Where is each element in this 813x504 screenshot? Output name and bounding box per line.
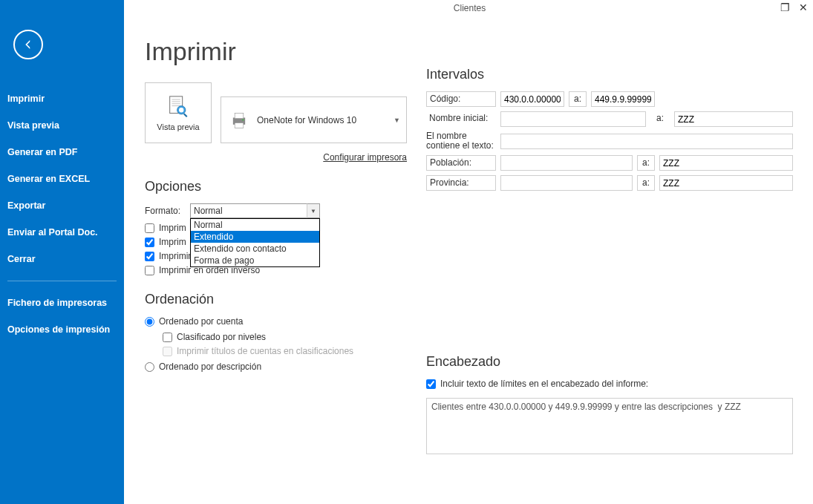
page-title: Imprimir: [145, 37, 407, 66]
codigo-from-input[interactable]: [500, 91, 564, 107]
ordenacion-title: Ordenación: [145, 292, 407, 307]
chk-clasificado-label: Clasificado por niveles: [177, 332, 266, 342]
document-magnifier-icon: [166, 94, 191, 120]
poblacion-a-label: a:: [637, 155, 655, 171]
codigo-to-input[interactable]: [591, 91, 655, 107]
chk-imprim-1[interactable]: [145, 223, 154, 233]
chevron-down-icon[interactable]: ▼: [307, 203, 320, 218]
chk-clasificado[interactable]: [163, 333, 172, 342]
chevron-down-icon: ▼: [394, 117, 400, 124]
formato-option-extendido[interactable]: Extendido: [191, 231, 319, 243]
sidebar-item-imprimir[interactable]: Imprimir: [0, 88, 124, 110]
content: Clientes ❐ ✕ Imprimir: [124, 0, 813, 504]
maximize-icon[interactable]: ❐: [780, 1, 790, 13]
contiene-label: El nombrecontiene el texto:: [426, 131, 496, 151]
codigo-a-label: a:: [569, 91, 587, 107]
formato-option-forma-pago[interactable]: Forma de pago: [191, 255, 319, 266]
intervalos-title: Intervalos: [426, 67, 793, 82]
printer-icon: [229, 110, 249, 131]
provincia-from-input[interactable]: [500, 175, 633, 191]
provincia-to-input[interactable]: [659, 175, 793, 191]
encabezado-title: Encabezado: [426, 354, 793, 370]
chk-imprim-2[interactable]: [145, 238, 154, 247]
chk-imprim-2-label: Imprim: [159, 237, 186, 247]
arrow-left-icon: [22, 38, 35, 51]
chk-sin-movimientos[interactable]: [145, 252, 154, 261]
titlebar: Clientes ❐ ✕: [124, 0, 813, 18]
chk-inverso[interactable]: [145, 266, 154, 275]
preview-label: Vista previa: [157, 122, 199, 131]
sidebar-item-portal[interactable]: Enviar al Portal Doc.: [0, 221, 124, 243]
formato-combo[interactable]: Normal ▼ Normal Extendido Extendido con …: [190, 203, 320, 218]
config-printer-link[interactable]: Configurar impresora: [145, 152, 407, 163]
svg-point-11: [242, 119, 244, 120]
contiene-input[interactable]: [500, 134, 793, 149]
sidebar-divider: [7, 281, 117, 281]
nombre-from-input[interactable]: [500, 111, 646, 127]
opciones-title: Opciones: [145, 179, 407, 194]
radio-descripcion-label: Ordenado por descripción: [159, 361, 261, 372]
radio-cuenta-label: Ordenado por cuenta: [159, 316, 243, 327]
sidebar-item-cerrar[interactable]: Cerrar: [0, 248, 124, 270]
formato-dropdown-list: Normal Extendido Extendido con contacto …: [190, 218, 320, 267]
nombre-label: Nombre inicial:: [426, 111, 496, 127]
formato-option-extendido-contacto[interactable]: Extendido con contacto: [191, 243, 319, 255]
sidebar-item-pdf[interactable]: Generar en PDF: [0, 141, 124, 163]
poblacion-to-input[interactable]: [659, 155, 793, 171]
sidebar-item-vista-previa[interactable]: Vista previa: [0, 114, 124, 137]
nombre-to-input[interactable]: [674, 111, 793, 127]
radio-cuenta[interactable]: [145, 317, 154, 327]
formato-option-normal[interactable]: Normal: [191, 219, 319, 231]
formato-selected: Normal: [190, 203, 320, 218]
close-icon[interactable]: ✕: [799, 1, 808, 13]
encabezado-text[interactable]: [426, 398, 793, 454]
chk-incluir-limites-label: Incluir texto de límites en el encabezad…: [440, 379, 648, 389]
provincia-a-label: a:: [637, 175, 655, 191]
svg-rect-9: [235, 113, 244, 118]
window-title: Clientes: [454, 3, 486, 13]
preview-button[interactable]: Vista previa: [145, 82, 212, 143]
sidebar-item-excel[interactable]: Generar en EXCEL: [0, 168, 124, 190]
sidebar: Imprimir Vista previa Generar en PDF Gen…: [0, 0, 124, 504]
chk-incluir-limites[interactable]: [426, 379, 436, 389]
poblacion-label: Población:: [426, 155, 496, 171]
poblacion-from-input[interactable]: [500, 155, 633, 171]
sidebar-item-impresoras[interactable]: Fichero de impresoras: [0, 292, 124, 314]
nombre-a-label: a:: [650, 111, 670, 127]
chk-titulos: [163, 347, 172, 356]
svg-rect-10: [235, 122, 244, 128]
provincia-label: Provincia:: [426, 175, 496, 191]
chk-imprim-1-label: Imprim: [159, 223, 186, 233]
codigo-label: Código:: [426, 91, 496, 107]
sidebar-item-opciones-impresion[interactable]: Opciones de impresión: [0, 318, 124, 341]
printer-selector[interactable]: OneNote for Windows 10 ▼: [221, 96, 407, 143]
chk-titulos-label: Imprimir títulos de cuentas en clasifica…: [177, 346, 353, 356]
printer-name: OneNote for Windows 10: [257, 115, 356, 125]
svg-point-6: [179, 108, 183, 112]
formato-label: Formato:: [145, 206, 186, 216]
radio-descripcion[interactable]: [145, 362, 154, 372]
svg-rect-7: [183, 114, 188, 118]
back-button[interactable]: [13, 30, 43, 59]
sidebar-item-exportar[interactable]: Exportar: [0, 194, 124, 217]
